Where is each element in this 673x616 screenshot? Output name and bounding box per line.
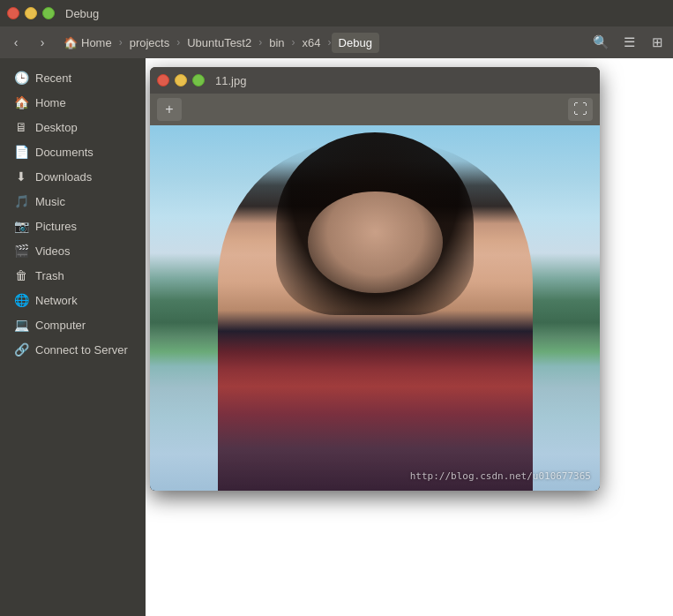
photo-watermark: http://blog.csdn.net/u010677365	[410, 470, 591, 482]
network-icon: 🌐	[14, 293, 28, 307]
close-button[interactable]	[7, 7, 19, 19]
search-button[interactable]: 🔍	[588, 31, 613, 54]
breadcrumb-ubuntutest2[interactable]: UbuntuTest2	[180, 33, 258, 53]
breadcrumb-debug[interactable]: Debug	[332, 33, 379, 53]
title-bar: Debug	[0, 0, 673, 26]
nav-icons: 🔍 ☰ ⊞	[588, 31, 669, 54]
sidebar-item-connect[interactable]: 🔗 Connect to Server	[4, 337, 142, 362]
list-view-button[interactable]: ☰	[617, 31, 641, 54]
sidebar-item-downloads[interactable]: ⬇ Downloads	[4, 164, 142, 189]
sidebar-item-documents[interactable]: 📄 Documents	[4, 139, 142, 164]
viewer-close-button[interactable]	[157, 74, 169, 86]
sidebar-item-computer[interactable]: 💻 Computer	[4, 312, 142, 337]
breadcrumb-sep-5: ›	[328, 36, 332, 49]
desktop-icon: 🖥	[14, 120, 28, 134]
viewer-title: 11.jpg	[215, 74, 246, 87]
sidebar-item-trash[interactable]: 🗑 Trash	[4, 263, 142, 288]
sidebar-item-home[interactable]: 🏠 Home	[4, 90, 142, 115]
image-viewer: 11.jpg + ⛶ http://blog.csdn.net/u0106773…	[150, 67, 600, 491]
viewer-image-area: http://blog.csdn.net/u010677365	[150, 125, 600, 491]
trash-icon: 🗑	[14, 268, 28, 282]
breadcrumb-bin[interactable]: bin	[262, 33, 291, 53]
sidebar-item-videos[interactable]: 🎬 Videos	[4, 238, 142, 263]
connect-icon: 🔗	[14, 342, 28, 357]
back-button[interactable]: ‹	[4, 31, 28, 54]
main-area: 🕒 Recent 🏠 Home 🖥 Desktop 📄 Documents ⬇ …	[0, 58, 673, 616]
sidebar-item-recent[interactable]: 🕒 Recent	[4, 65, 142, 90]
file-area: 11.jpg UbuntuTest2.out 11.jpg + ⛶	[146, 58, 673, 616]
forward-button[interactable]: ›	[30, 31, 55, 54]
home-icon: 🏠	[64, 36, 78, 49]
recent-icon: 🕒	[14, 71, 28, 85]
home-icon: 🏠	[14, 95, 28, 109]
breadcrumb-home[interactable]: 🏠 Home	[56, 33, 119, 53]
viewer-title-bar: 11.jpg	[150, 67, 600, 94]
window-title: Debug	[65, 7, 99, 20]
sidebar-item-music[interactable]: 🎵 Music	[4, 189, 142, 214]
music-icon: 🎵	[14, 194, 28, 208]
downloads-icon: ⬇	[14, 169, 28, 184]
sidebar-item-pictures[interactable]: 📷 Pictures	[4, 214, 142, 238]
computer-icon: 💻	[14, 318, 28, 332]
pictures-icon: 📷	[14, 219, 28, 233]
breadcrumb-sep-4: ›	[292, 36, 295, 49]
grid-view-button[interactable]: ⊞	[645, 31, 669, 54]
videos-icon: 🎬	[14, 244, 28, 258]
viewer-maximize-button[interactable]	[192, 74, 205, 86]
viewer-fullscreen-button[interactable]: ⛶	[568, 98, 593, 121]
viewer-minimize-button[interactable]	[175, 74, 187, 86]
maximize-button[interactable]	[42, 7, 55, 19]
sidebar: 🕒 Recent 🏠 Home 🖥 Desktop 📄 Documents ⬇ …	[0, 58, 146, 616]
viewer-toolbar: + ⛶	[150, 94, 600, 125]
documents-icon: 📄	[14, 145, 28, 159]
sidebar-item-network[interactable]: 🌐 Network	[4, 288, 142, 312]
viewer-zoom-in-button[interactable]: +	[157, 98, 182, 121]
breadcrumb-x64[interactable]: x64	[295, 33, 328, 53]
breadcrumb: 🏠 Home › projects › UbuntuTest2 › bin › …	[56, 33, 587, 53]
nav-bar: ‹ › 🏠 Home › projects › UbuntuTest2 › bi…	[0, 26, 673, 58]
viewer-photo: http://blog.csdn.net/u010677365	[150, 125, 600, 491]
breadcrumb-projects[interactable]: projects	[123, 33, 177, 53]
sidebar-item-desktop[interactable]: 🖥 Desktop	[4, 115, 142, 139]
minimize-button[interactable]	[25, 7, 37, 19]
